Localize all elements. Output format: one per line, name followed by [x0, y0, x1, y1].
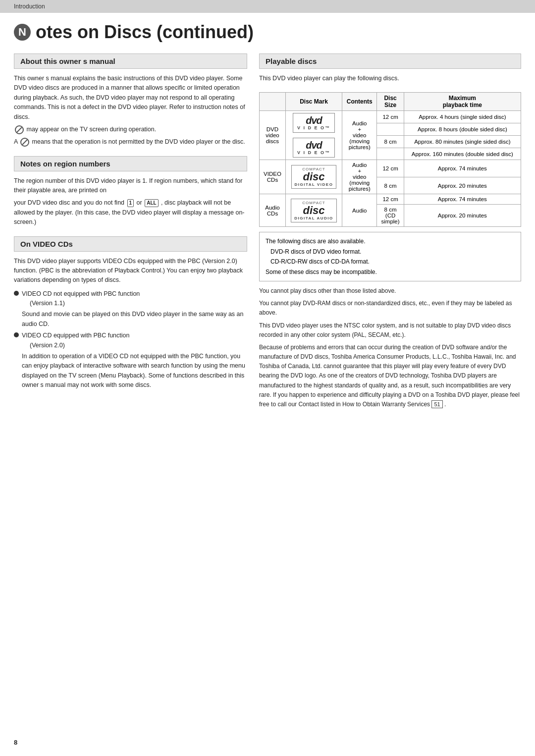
bullet-item-1-detail: Sound and movie can be played on this DV… — [22, 310, 247, 329]
dvd-size-12b — [377, 123, 404, 136]
acd-logo: COMPACT disc DIGITAL AUDIO — [289, 199, 339, 222]
page-ref-51: 51 — [431, 400, 442, 408]
vcd-compact-bottom: DIGITAL VIDEO — [295, 182, 333, 187]
acd-mark-cell: COMPACT disc DIGITAL AUDIO — [285, 194, 342, 227]
available-line-3: CD-R/CD-RW discs of CD-DA format. — [266, 257, 515, 267]
owners-manual-p2: may appear on the TV screen during opera… — [14, 125, 247, 134]
table-header-row: Disc Mark Contents DiscSize Maximumplayb… — [260, 93, 521, 111]
vcd-time-12: Approx. 74 minutes — [404, 160, 521, 177]
dvd-video-text-2: V I D E O™ — [297, 150, 330, 155]
bullet-item-2-detail: In addition to operation of a VIDEO CD n… — [22, 352, 247, 390]
dvd-row-1: DVDvideodiscs dvd V I D E O™ — [260, 111, 521, 123]
bullet-circle-1 — [14, 291, 19, 296]
dvd-size-8b — [377, 148, 404, 160]
playable-discs-intro: This DVD video player can play the follo… — [259, 74, 521, 83]
bullet-item-2-label: VIDEO CD equipped with PBC function — [22, 331, 247, 340]
dvd-mark-cell: dvd V I D E O™ dvd V I D E O™ — [285, 111, 342, 160]
section-video-cds: On VIDEO CDs This DVD video player suppo… — [14, 236, 247, 390]
page-title: N otes on Discs (continued) — [14, 22, 521, 43]
col-header-type — [260, 93, 286, 111]
prohibited-icon-1 — [15, 125, 24, 134]
dvd-logo-text-2: dvd — [297, 140, 330, 150]
dvd-logo-text-1: dvd — [297, 115, 330, 125]
playable-discs-header: Playable discs — [259, 54, 521, 69]
acd-contents-cell: Audio — [342, 194, 377, 227]
video-cds-header: On VIDEO CDs — [14, 236, 247, 252]
acd-size-12: 12 cm — [377, 194, 404, 205]
vcd-logo: COMPACT disc DIGITAL VIDEO — [289, 165, 339, 189]
bullet-item-1-content: VIDEO CD not equipped with PBC function … — [22, 289, 247, 329]
acd-type-cell: AudioCDs — [260, 194, 286, 227]
acd-compact-bottom: DIGITAL AUDIO — [294, 216, 333, 220]
region-p2: your DVD video disc and you do not find … — [14, 198, 247, 227]
available-discs-box: The following discs are also available. … — [259, 232, 521, 281]
notes-below: You cannot play discs other than those l… — [259, 286, 521, 409]
acd-time-8: Approx. 20 minutes — [404, 205, 521, 227]
bullet-item-1: VIDEO CD not equipped with PBC function … — [14, 289, 247, 329]
acd-size-8: 8 cm(CDsimple) — [377, 205, 404, 227]
vcd-time-8: Approx. 20 minutes — [404, 177, 521, 194]
vcd-contents-cell: Audio+video(movingpictures) — [342, 160, 377, 194]
dvd-video-text-1: V I D E O™ — [297, 125, 330, 130]
col-header-disc-size: DiscSize — [377, 93, 404, 111]
vcd-logo-box: COMPACT disc DIGITAL VIDEO — [291, 165, 337, 189]
prohibited-icon-2 — [20, 138, 29, 147]
dvd-logo-box-2: dvd V I D E O™ — [293, 138, 335, 158]
bullet-item-1-label: VIDEO CD not equipped with PBC function — [22, 289, 247, 299]
region-p1: The region number of this DVD video play… — [14, 176, 247, 196]
dvd-logo-box-2-wrap: dvd V I D E O™ — [293, 138, 335, 158]
section-region-numbers: Notes on region numbers The region numbe… — [14, 156, 247, 227]
owners-manual-p1: This owner s manual explains the basic i… — [14, 74, 247, 122]
top-bar-label: Introduction — [14, 3, 45, 10]
dvd-time-12-2: Approx. 8 hours (double sided disc) — [404, 123, 521, 136]
available-line-2: DVD-R discs of DVD video format. — [266, 247, 515, 257]
acd-disc-text: disc — [294, 205, 333, 216]
vcd-size-12: 12 cm — [377, 160, 404, 177]
bullet-item-2: VIDEO CD equipped with PBC function (Ver… — [14, 331, 247, 390]
vcd-type-cell: VIDEOCDs — [260, 160, 286, 194]
note-1: You cannot play discs other than those l… — [259, 286, 521, 296]
video-cds-bullet-list: VIDEO CD not equipped with PBC function … — [14, 289, 247, 390]
col-header-disc-mark: Disc Mark — [285, 93, 342, 111]
left-column: About this owner s manual This owner s m… — [14, 54, 247, 399]
note-3: This DVD video player uses the NTSC colo… — [259, 321, 521, 340]
playable-discs-intro-text: This DVD video player can play the follo… — [259, 74, 521, 83]
available-line-4: Some of these discs may be incompatible. — [266, 267, 515, 277]
dvd-type-cell: DVDvideodiscs — [260, 111, 286, 160]
owners-manual-header: About this owner s manual — [14, 54, 247, 69]
top-bar: Introduction — [0, 0, 535, 13]
page: Introduction N otes on Discs (continued)… — [0, 0, 535, 756]
dvd-logo: dvd V I D E O™ dvd V I D E O™ — [289, 113, 339, 158]
dvd-size-8: 8 cm — [377, 135, 404, 148]
title-text: otes on Discs (continued) — [36, 22, 254, 43]
title-bullet: N — [14, 24, 31, 41]
dvd-size-12: 12 cm — [377, 111, 404, 123]
col-header-max-time: Maximumplayback time — [404, 93, 521, 111]
vcd-row-1: VIDEOCDs COMPACT disc DIGITAL VIDEO — [260, 160, 521, 177]
region-numbers-header: Notes on region numbers — [14, 156, 247, 171]
dvd-contents-cell: Audio+video(movingpictures) — [342, 111, 377, 160]
video-cds-p1: This DVD video player supports VIDEO CDs… — [14, 257, 247, 285]
vcd-disc-text: disc — [295, 171, 333, 182]
owners-manual-body: This owner s manual explains the basic i… — [14, 74, 247, 147]
bullet-item-2-sub: (Version 2.0) — [22, 341, 247, 350]
bullet-circle-2 — [14, 332, 19, 337]
note-2: You cannot play DVD-RAM discs or non-sta… — [259, 299, 521, 318]
page-number: 8 — [14, 739, 17, 746]
available-line-1: The following discs are also available. — [266, 236, 515, 246]
disc-table: Disc Mark Contents DiscSize Maximumplayb… — [259, 92, 521, 227]
acd-time-12: Approx. 74 minutes — [404, 194, 521, 205]
bullet-item-1-sub: (Version 1.1) — [22, 299, 247, 308]
region-all-icon: ALL — [145, 199, 158, 207]
vcd-mark-cell: COMPACT disc DIGITAL VIDEO — [285, 160, 342, 194]
vcd-size-8: 8 cm — [377, 177, 404, 194]
acd-logo-box: COMPACT disc DIGITAL AUDIO — [291, 199, 336, 222]
region-numbers-body: The region number of this DVD video play… — [14, 176, 247, 227]
dvd-time-8-2: Approx. 160 minutes (double sided disc) — [404, 148, 521, 160]
right-column: Playable discs This DVD video player can… — [259, 54, 521, 412]
video-cds-body: This DVD video player supports VIDEO CDs… — [14, 257, 247, 390]
dvd-time-8-1: Approx. 80 minutes (single sided disc) — [404, 135, 521, 148]
dvd-logo-box-1: dvd V I D E O™ — [293, 113, 335, 133]
owners-manual-p3: A means that the operation is not permit… — [14, 137, 247, 147]
note-4: Because of problems and errors that can … — [259, 343, 521, 409]
